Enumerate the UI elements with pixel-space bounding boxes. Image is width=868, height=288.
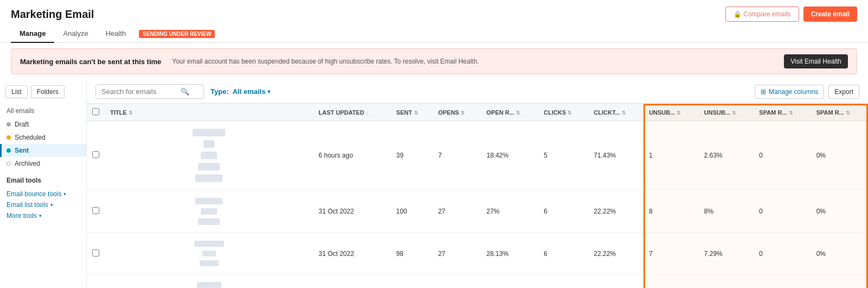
row-title-cell	[105, 274, 313, 289]
search-icon: 🔍	[181, 87, 189, 96]
search-input[interactable]	[101, 87, 177, 96]
col-clickt[interactable]: CLICKT... ⇅	[589, 104, 644, 121]
sidebar-item-sent[interactable]: Sent	[0, 144, 86, 157]
col-last-updated[interactable]: LAST UPDATED ↓	[313, 104, 391, 121]
email-tools-section: Email tools Email bounce tools ▾ Email l…	[0, 177, 86, 221]
tab-manage[interactable]: Manage	[11, 25, 54, 43]
row-spam-rate: 0%	[811, 233, 868, 274]
tab-analyze[interactable]: Analyze	[54, 25, 97, 43]
sort-icon-unsub-rate: ⇅	[732, 110, 736, 116]
tab-health[interactable]: Health	[97, 25, 135, 43]
type-value: All emails	[233, 87, 266, 96]
chevron-down-icon3: ▾	[39, 213, 42, 218]
row-open-rate: 30.61%	[481, 274, 539, 289]
col-opens[interactable]: OPENS ⇅	[433, 104, 481, 121]
sidebar-item-archived[interactable]: Archived	[0, 157, 86, 170]
chevron-down-icon2: ▾	[50, 202, 53, 208]
col-unsub-count-label: UNSUB...	[649, 109, 675, 116]
email-bounce-tools-link[interactable]: Email bounce tools ▾	[7, 189, 80, 199]
sidebar-item-sent-label: Sent	[15, 147, 29, 154]
row-title-blurred	[110, 197, 308, 226]
sidebar: List Folders All emails Draft Scheduled …	[0, 80, 87, 288]
col-spam-count[interactable]: SPAM R... ⇅	[754, 104, 810, 121]
page-title: Marketing Email	[11, 8, 94, 21]
col-clicks-label: CLICKS	[544, 109, 566, 116]
sort-icon-clicks: ⇅	[567, 110, 572, 116]
more-tools-link[interactable]: More tools ▾	[7, 210, 80, 221]
email-list-tools-link[interactable]: Email list tools ▾	[7, 199, 80, 210]
sort-icon-sent: ⇅	[414, 110, 418, 116]
type-label: Type:	[210, 87, 229, 96]
folders-button[interactable]: Folders	[31, 85, 65, 98]
visit-email-health-button[interactable]: Visit Email Health	[784, 54, 848, 68]
row-spam-rate: 0%	[811, 274, 868, 289]
sidebar-actions: List Folders	[0, 85, 86, 104]
sidebar-item-draft-label: Draft	[15, 121, 29, 128]
col-spam-rate[interactable]: SPAM R... ⇅	[811, 104, 868, 121]
row-sent: 98	[391, 233, 432, 274]
type-filter[interactable]: Type: All emails ▾	[210, 87, 270, 96]
alert-bold-text: Marketing emails can't be sent at this t…	[20, 58, 161, 66]
row-checkbox[interactable]	[92, 249, 99, 256]
sidebar-item-draft[interactable]: Draft	[0, 118, 86, 131]
all-emails-label: All emails	[0, 104, 86, 118]
row-opens: 30	[433, 274, 481, 289]
main-layout: List Folders All emails Draft Scheduled …	[0, 80, 868, 288]
col-clickt-label: CLICKT...	[594, 109, 620, 116]
row-spam-count: 0	[754, 233, 810, 274]
list-button[interactable]: List	[5, 85, 28, 98]
col-opens-label: OPENS	[438, 109, 459, 116]
manage-cols-label: Manage columns	[769, 88, 818, 96]
more-tools-label: More tools	[7, 212, 37, 220]
col-unsub-rate-label: UNSUB...	[704, 109, 730, 116]
row-unsub-rate: 8%	[699, 190, 754, 233]
sort-icon-unsub-count: ⇅	[676, 110, 681, 116]
col-spam-count-label: SPAM R...	[759, 109, 787, 116]
row-checkbox[interactable]	[92, 151, 99, 158]
row-checkbox-cell	[87, 190, 105, 233]
col-open-rate[interactable]: OPEN R... ⇅	[481, 104, 539, 121]
col-open-rate-label: OPEN R...	[487, 109, 514, 116]
select-all-checkbox[interactable]	[92, 108, 99, 115]
create-email-button[interactable]: Create email	[803, 7, 857, 22]
col-unsub-count[interactable]: UNSUB... ⇅	[643, 104, 699, 121]
col-title[interactable]: TITLE ⇅	[105, 104, 313, 121]
row-sent: 100	[391, 274, 432, 289]
row-clickt: 22.22%	[589, 233, 644, 274]
alert-banner: Marketing emails can't be sent at this t…	[11, 48, 857, 74]
sending-under-review-badge: SENDING UNDER REVIEW	[139, 30, 215, 38]
content-area: 🔍 Type: All emails ▾ ⊞ Manage columns Ex…	[87, 80, 868, 288]
row-checkbox[interactable]	[92, 207, 99, 214]
manage-columns-button[interactable]: ⊞ Manage columns	[755, 85, 824, 99]
toolbar-right: ⊞ Manage columns Export	[755, 85, 859, 99]
col-unsub-rate[interactable]: UNSUB... ⇅	[699, 104, 754, 121]
email-bounce-tools-label: Email bounce tools	[7, 190, 61, 198]
export-button[interactable]: Export	[828, 85, 859, 99]
col-checkbox	[87, 104, 105, 121]
search-box[interactable]: 🔍	[95, 84, 204, 99]
row-last-updated: 31 Oct 2022	[313, 190, 391, 233]
col-sent[interactable]: SENT ⇅	[391, 104, 432, 121]
row-clicks: 5	[538, 121, 588, 190]
row-title-cell	[105, 190, 313, 233]
table-wrapper: TITLE ⇅ LAST UPDATED ↓ SENT ⇅ OPENS	[87, 103, 868, 288]
row-unsub-rate: 7.29%	[699, 233, 754, 274]
row-last-updated: 31 Oct 2022	[313, 233, 391, 274]
table-row: 6 hours ago 39 7 18.42% 5 71.43% 1 2.63%…	[87, 121, 868, 190]
sidebar-item-scheduled[interactable]: Scheduled	[0, 131, 86, 144]
row-title-blurred	[110, 128, 308, 183]
col-clicks[interactable]: CLICKS ⇅	[538, 104, 588, 121]
row-opens: 27	[433, 233, 481, 274]
row-open-rate: 28.13%	[481, 233, 539, 274]
scheduled-dot	[7, 135, 11, 140]
compare-emails-button[interactable]: 🔒 Compare emails	[725, 7, 799, 22]
header-actions: 🔒 Compare emails Create email	[725, 7, 857, 22]
row-open-rate: 27%	[481, 190, 539, 233]
row-last-updated: 29 Oct 2022	[313, 274, 391, 289]
sort-icon-spam-rate: ⇅	[846, 110, 850, 116]
col-spam-rate-label: SPAM R...	[816, 109, 844, 116]
archived-dot	[7, 161, 11, 166]
row-sent: 100	[391, 190, 432, 233]
row-spam-count: 0	[754, 190, 810, 233]
sort-icon-spam-count: ⇅	[789, 110, 793, 116]
